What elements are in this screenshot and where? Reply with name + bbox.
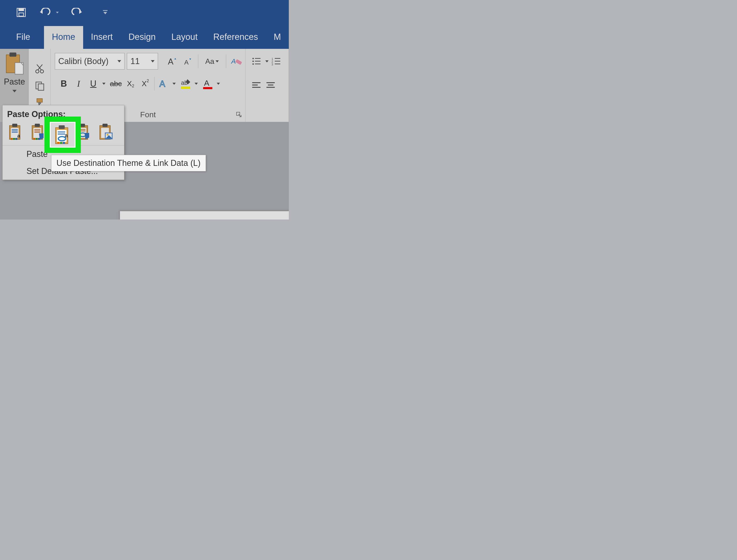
clear-formatting-button[interactable]: A [230, 53, 243, 70]
svg-text:a: a [17, 133, 20, 139]
text-effects-more-icon[interactable] [173, 83, 176, 85]
paste-label: Paste [4, 77, 25, 87]
svg-rect-48 [12, 132, 18, 133]
svg-point-27 [253, 61, 254, 62]
font-size-value: 11 [130, 56, 140, 66]
svg-rect-69 [103, 124, 108, 127]
text-effects-button[interactable]: A [156, 76, 171, 91]
svg-rect-39 [252, 87, 261, 88]
highlight-more-icon[interactable] [195, 83, 198, 85]
highlight-button[interactable]: ab [179, 76, 193, 91]
svg-rect-54 [35, 124, 40, 127]
customize-qat-icon [103, 10, 108, 15]
svg-rect-34 [275, 61, 280, 62]
tab-layout[interactable]: Layout [164, 26, 206, 49]
svg-point-8 [40, 70, 44, 73]
grow-font-button[interactable]: A [166, 53, 179, 70]
svg-rect-37 [252, 82, 261, 83]
tab-references[interactable]: References [206, 26, 266, 49]
cut-button[interactable] [35, 64, 45, 74]
chevron-down-icon [151, 60, 155, 62]
svg-rect-23 [203, 87, 212, 89]
font-color-button[interactable]: A [201, 76, 215, 91]
tab-file[interactable]: File [0, 26, 38, 49]
svg-rect-50 [11, 138, 13, 140]
svg-text:3: 3 [272, 63, 273, 65]
underline-more-icon[interactable] [102, 83, 106, 85]
svg-rect-32 [275, 58, 280, 59]
svg-text:A: A [231, 57, 236, 65]
shrink-font-button[interactable]: A [181, 53, 194, 70]
font-size-combo[interactable]: 11 [127, 53, 158, 70]
svg-rect-56 [34, 129, 40, 130]
paragraph-group: 1 2 3 [246, 49, 289, 122]
svg-point-29 [253, 63, 254, 65]
paste-as-picture[interactable] [98, 123, 114, 141]
clipboard-link-destination-icon: a [53, 124, 72, 145]
undo-button[interactable] [39, 8, 59, 17]
paste-icon [5, 52, 24, 75]
strikethrough-button[interactable]: abc [109, 76, 123, 91]
svg-rect-5 [9, 53, 16, 57]
svg-text:A: A [204, 79, 209, 87]
svg-line-9 [38, 65, 42, 70]
svg-rect-14 [38, 102, 41, 104]
tutorial-highlight: a [44, 117, 81, 153]
bullets-button[interactable] [250, 53, 263, 70]
scissors-icon [35, 64, 45, 74]
svg-rect-18 [235, 59, 242, 65]
redo-button[interactable] [71, 8, 83, 17]
font-name-combo[interactable]: Calibri (Body) [55, 53, 125, 70]
svg-rect-77 [58, 133, 65, 133]
tab-insert[interactable]: Insert [83, 26, 121, 49]
paste-option-tooltip: Use Destination Theme & Link Data (L) [51, 155, 206, 171]
numbering-icon: 1 2 3 [272, 57, 281, 65]
svg-rect-52 [15, 138, 17, 140]
align-center-icon [266, 82, 275, 90]
clipboard-destination-styles-icon [30, 123, 46, 141]
svg-line-10 [37, 65, 41, 70]
italic-button[interactable]: I [71, 76, 86, 91]
svg-point-7 [36, 70, 39, 73]
undo-more-icon[interactable] [56, 12, 59, 13]
svg-point-25 [253, 58, 254, 59]
align-center-button[interactable] [264, 77, 277, 94]
align-left-icon [252, 82, 261, 90]
copy-button[interactable] [35, 81, 45, 91]
tab-design[interactable]: Design [121, 26, 164, 49]
save-button[interactable] [16, 7, 26, 18]
subscript-button[interactable]: X2 [124, 76, 138, 91]
numbering-button[interactable]: 1 2 3 [270, 53, 283, 70]
paste-keep-source-formatting[interactable]: a [8, 123, 24, 141]
font-dialog-launcher[interactable] [236, 112, 242, 118]
svg-rect-83 [63, 142, 65, 144]
bullets-icon [252, 57, 261, 65]
bold-button[interactable]: B [57, 76, 71, 91]
svg-rect-2 [19, 13, 24, 16]
bullets-more-icon[interactable] [265, 60, 269, 62]
svg-rect-61 [38, 138, 40, 140]
change-case-button[interactable]: Aa [202, 53, 222, 70]
paste-use-destination-styles[interactable] [30, 123, 46, 141]
svg-rect-82 [60, 142, 62, 144]
tab-home[interactable]: Home [44, 26, 83, 49]
svg-rect-42 [267, 87, 275, 88]
svg-rect-57 [34, 131, 40, 131]
grow-font-icon: A [168, 56, 177, 66]
highlight-icon: ab [180, 78, 191, 89]
superscript-button[interactable]: X2 [138, 76, 153, 91]
svg-rect-13 [37, 99, 42, 102]
svg-rect-76 [58, 131, 65, 132]
svg-rect-26 [255, 58, 261, 59]
customize-qat-button[interactable] [103, 10, 108, 15]
tab-more[interactable]: M [266, 26, 289, 49]
svg-rect-41 [268, 85, 274, 85]
svg-rect-28 [255, 61, 261, 62]
font-name-value: Calibri (Body) [58, 56, 109, 66]
underline-button[interactable]: U [86, 76, 100, 91]
paste-more-caret-icon[interactable] [12, 90, 17, 92]
font-color-more-icon[interactable] [217, 83, 220, 85]
align-left-button[interactable] [250, 77, 263, 94]
svg-point-72 [107, 134, 109, 136]
clipboard-keep-source-icon: a [8, 123, 24, 141]
